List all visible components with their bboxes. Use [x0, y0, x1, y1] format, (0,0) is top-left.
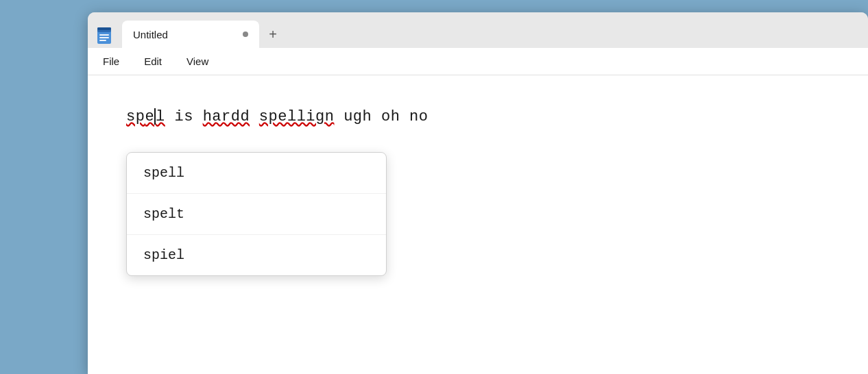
tab-modified-indicator [243, 32, 248, 37]
misspelled-word-spel: sp [126, 108, 145, 125]
app-icon-area [95, 26, 114, 45]
svg-rect-3 [99, 37, 109, 38]
misspelled-word-spellign: spellign [259, 108, 335, 125]
active-tab[interactable]: Untitled [122, 21, 259, 48]
autocomplete-dropdown: spell spelt spiel [126, 152, 387, 276]
menu-view[interactable]: View [182, 53, 213, 70]
tab-bar: Untitled + [88, 12, 868, 48]
tab-title: Untitled [133, 29, 237, 40]
svg-rect-4 [99, 40, 106, 41]
svg-rect-2 [99, 34, 109, 36]
app-icon [95, 26, 114, 45]
autocomplete-item-spiel[interactable]: spiel [127, 235, 386, 275]
misspelled-word-hardd: hardd [203, 108, 250, 125]
content-area[interactable]: spel is hardd spellign ugh oh no spell s… [88, 75, 868, 374]
new-tab-button[interactable]: + [262, 23, 284, 45]
autocomplete-item-spell[interactable]: spell [127, 153, 386, 194]
menu-edit[interactable]: Edit [140, 53, 166, 70]
cursor-position: el [145, 108, 165, 125]
editor-text: spel is hardd spellign ugh oh no [126, 108, 429, 125]
autocomplete-item-spelt[interactable]: spelt [127, 194, 386, 235]
menu-file[interactable]: File [99, 53, 123, 70]
svg-rect-5 [97, 27, 111, 30]
menu-bar: File Edit View [88, 48, 868, 75]
app-window: Untitled + File Edit View spel is hardd … [88, 12, 868, 374]
editor-text-end: ugh oh no [334, 108, 428, 125]
text-cursor [154, 108, 156, 125]
editor-text-space1 [250, 108, 259, 125]
editor-text-middle: is [165, 108, 203, 125]
